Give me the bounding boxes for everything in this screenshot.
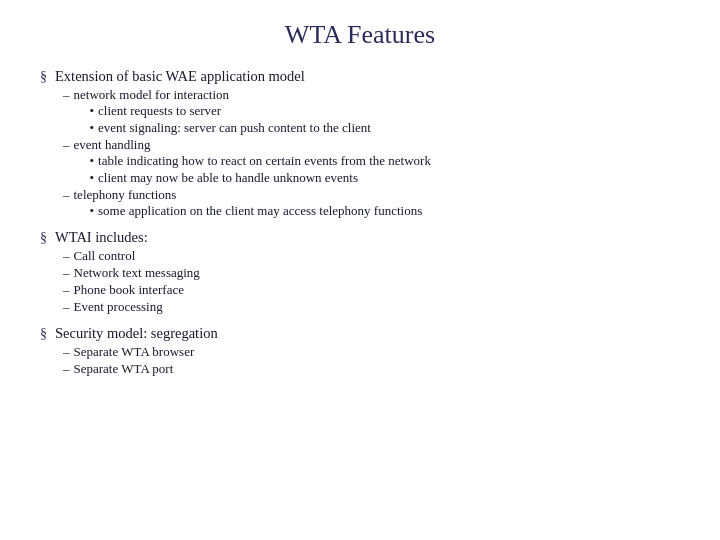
sub-sub-item-1-1-1: • client requests to server: [90, 103, 371, 119]
sub-item-2-2-text: Network text messaging: [74, 265, 200, 281]
section-2-title: WTAI includes:: [55, 229, 200, 246]
dash-2-1: –: [63, 248, 70, 264]
section-1: § Extension of basic WAE application mod…: [40, 68, 680, 219]
sub-item-3-2-text: Separate WTA port: [74, 361, 174, 377]
sub-sub-text-1-2-1: table indicating how to react on certain…: [98, 153, 431, 169]
section-1-content: Extension of basic WAE application model…: [55, 68, 431, 219]
sub-item-3-2: – Separate WTA port: [63, 361, 218, 377]
dot-1-1-1: •: [90, 103, 95, 119]
sub-item-1-2-content: event handling • table indicating how to…: [74, 137, 431, 186]
section-3-sublist: – Separate WTA browser – Separate WTA po…: [63, 344, 218, 377]
section-2: § WTAI includes: – Call control – Networ…: [40, 229, 680, 315]
dash-3-2: –: [63, 361, 70, 377]
bullet-2: §: [40, 230, 47, 246]
dot-1-1-2: •: [90, 120, 95, 136]
sub-sub-item-1-2-1: • table indicating how to react on certa…: [90, 153, 431, 169]
sub-sub-text-1-1-2: event signaling: server can push content…: [98, 120, 371, 136]
sub-sub-list-1-3: • some application on the client may acc…: [90, 203, 423, 219]
sub-sub-item-1-3-1: • some application on the client may acc…: [90, 203, 423, 219]
slide: WTA Features § Extension of basic WAE ap…: [0, 0, 720, 540]
sub-item-1-2: – event handling • table indicating how …: [63, 137, 431, 186]
sub-sub-item-1-1-2: • event signaling: server can push conte…: [90, 120, 371, 136]
sub-item-2-3: – Phone book interface: [63, 282, 200, 298]
dash-1-3: –: [63, 187, 70, 203]
sub-sub-item-1-2-2: • client may now be able to handle unkno…: [90, 170, 431, 186]
sub-sub-text-1-3-1: some application on the client may acces…: [98, 203, 422, 219]
sub-item-2-4: – Event processing: [63, 299, 200, 315]
sub-item-1-3-text: telephony functions: [74, 187, 177, 202]
sub-item-1-1-content: network model for interaction • client r…: [74, 87, 371, 136]
sub-item-2-1-text: Call control: [74, 248, 136, 264]
section-3-title: Security model: segregation: [55, 325, 218, 342]
dot-1-2-2: •: [90, 170, 95, 186]
section-2-sublist: – Call control – Network text messaging …: [63, 248, 200, 315]
section-3-content: Security model: segregation – Separate W…: [55, 325, 218, 377]
sub-item-1-1-text: network model for interaction: [74, 87, 230, 102]
slide-title: WTA Features: [40, 20, 680, 50]
sub-item-3-1-text: Separate WTA browser: [74, 344, 195, 360]
bullet-3: §: [40, 326, 47, 342]
sub-item-2-3-text: Phone book interface: [74, 282, 184, 298]
sub-sub-list-1-2: • table indicating how to react on certa…: [90, 153, 431, 186]
sub-sub-list-1-1: • client requests to server • event sign…: [90, 103, 371, 136]
bullet-1: §: [40, 69, 47, 85]
section-1-sublist: – network model for interaction • client…: [63, 87, 431, 219]
sub-item-3-1: – Separate WTA browser: [63, 344, 218, 360]
dot-1-3-1: •: [90, 203, 95, 219]
section-3: § Security model: segregation – Separate…: [40, 325, 680, 377]
dash-3-1: –: [63, 344, 70, 360]
sub-item-1-3: – telephony functions • some application…: [63, 187, 431, 219]
dash-1-1: –: [63, 87, 70, 103]
dash-2-4: –: [63, 299, 70, 315]
dash-2-3: –: [63, 282, 70, 298]
section-1-title: Extension of basic WAE application model: [55, 68, 431, 85]
sub-item-2-2: – Network text messaging: [63, 265, 200, 281]
content-area: § Extension of basic WAE application mod…: [40, 68, 680, 377]
dash-1-2: –: [63, 137, 70, 153]
sub-item-1-3-content: telephony functions • some application o…: [74, 187, 423, 219]
dot-1-2-1: •: [90, 153, 95, 169]
sub-item-2-1: – Call control: [63, 248, 200, 264]
sub-sub-text-1-1-1: client requests to server: [98, 103, 221, 119]
sub-item-2-4-text: Event processing: [74, 299, 163, 315]
sub-item-1-1: – network model for interaction • client…: [63, 87, 431, 136]
sub-item-1-2-text: event handling: [74, 137, 151, 152]
sub-sub-text-1-2-2: client may now be able to handle unknown…: [98, 170, 358, 186]
dash-2-2: –: [63, 265, 70, 281]
section-2-content: WTAI includes: – Call control – Network …: [55, 229, 200, 315]
